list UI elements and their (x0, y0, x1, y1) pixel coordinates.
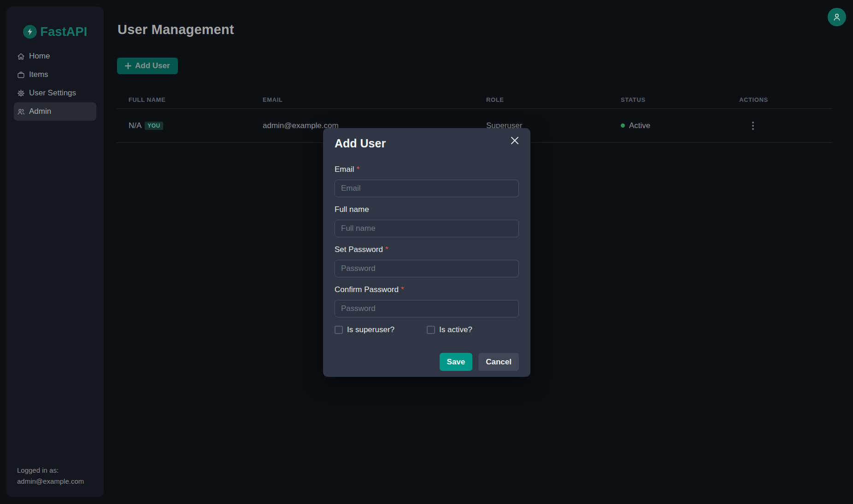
cancel-button[interactable]: Cancel (478, 353, 519, 371)
brand-name: FastAPI (41, 25, 88, 39)
cell-status: Active (621, 121, 739, 130)
is-active-label: Is active? (439, 325, 472, 334)
modal-title: Add User (335, 136, 386, 150)
sidebar-item-label: Admin (29, 107, 51, 116)
add-user-modal: Add User Email* Full name Set Password* … (323, 128, 530, 377)
gear-icon (17, 89, 25, 97)
status-value: Active (629, 121, 650, 130)
email-field[interactable] (335, 180, 519, 197)
modal-close-button[interactable] (509, 135, 521, 147)
sidebar-item-items[interactable]: Items (14, 65, 96, 84)
plus-icon (125, 63, 131, 69)
you-badge: YOU (145, 122, 163, 130)
set-password-field[interactable] (335, 260, 519, 277)
full-name-field[interactable] (335, 220, 519, 237)
required-marker: * (357, 165, 360, 174)
confirm-password-field[interactable] (335, 300, 519, 317)
sidebar: FastAPI Home Items (6, 6, 104, 497)
page-title: User Management (118, 22, 853, 37)
sidebar-item-user-settings[interactable]: User Settings (14, 84, 96, 102)
cell-full-name: N/A YOU (129, 121, 263, 130)
brand-logo: FastAPI (6, 24, 104, 40)
home-icon (17, 53, 25, 60)
logged-in-email: admin@example.com (17, 476, 84, 487)
is-superuser-label: Is superuser? (347, 325, 394, 334)
email-field-group: Email* (335, 164, 519, 197)
row-actions-button[interactable] (750, 120, 756, 132)
is-active-checkbox[interactable]: Is active? (427, 325, 519, 334)
required-marker: * (385, 245, 388, 254)
checkbox-icon (335, 326, 343, 334)
column-header-status: STATUS (621, 96, 739, 103)
user-menu-button[interactable] (828, 8, 846, 26)
column-header-email: EMAIL (263, 96, 486, 103)
sidebar-item-label: Home (29, 52, 50, 61)
full-name-field-group: Full name (335, 204, 519, 237)
confirm-password-field-label: Confirm Password (335, 285, 399, 294)
cell-actions (739, 120, 832, 132)
column-header-role: ROLE (486, 96, 621, 103)
user-avatar-icon (832, 12, 842, 22)
table-header-row: FULL NAME EMAIL ROLE STATUS ACTIONS (117, 91, 832, 109)
is-superuser-checkbox[interactable]: Is superuser? (335, 325, 427, 334)
modal-footer: Save Cancel (335, 353, 519, 371)
set-password-field-label: Set Password (335, 245, 383, 254)
logged-in-info: Logged in as: admin@example.com (17, 465, 84, 487)
full-name-value: N/A (129, 121, 141, 130)
sidebar-item-label: Items (29, 70, 48, 79)
save-button[interactable]: Save (440, 353, 473, 371)
checkbox-icon (427, 326, 435, 334)
sidebar-item-home[interactable]: Home (14, 47, 96, 65)
users-icon (17, 108, 25, 116)
full-name-field-label: Full name (335, 205, 369, 214)
status-dot-icon (621, 123, 625, 128)
sidebar-item-admin[interactable]: Admin (14, 102, 96, 121)
email-field-label: Email (335, 165, 354, 174)
sidebar-nav: Home Items User Settings (6, 47, 104, 121)
logged-in-as-label: Logged in as: (17, 465, 84, 476)
required-marker: * (401, 285, 404, 294)
ellipsis-vertical-icon (752, 122, 754, 123)
modal-checkbox-row: Is superuser? Is active? (335, 325, 519, 334)
column-header-full-name: FULL NAME (129, 96, 263, 103)
close-icon (511, 136, 519, 145)
confirm-password-field-group: Confirm Password* (335, 284, 519, 317)
briefcase-icon (17, 71, 25, 79)
sidebar-item-label: User Settings (29, 88, 76, 98)
set-password-field-group: Set Password* (335, 244, 519, 277)
fastapi-logo-icon (23, 25, 37, 39)
add-user-button[interactable]: Add User (117, 58, 178, 74)
add-user-button-label: Add User (135, 61, 170, 70)
column-header-actions: ACTIONS (739, 96, 832, 103)
